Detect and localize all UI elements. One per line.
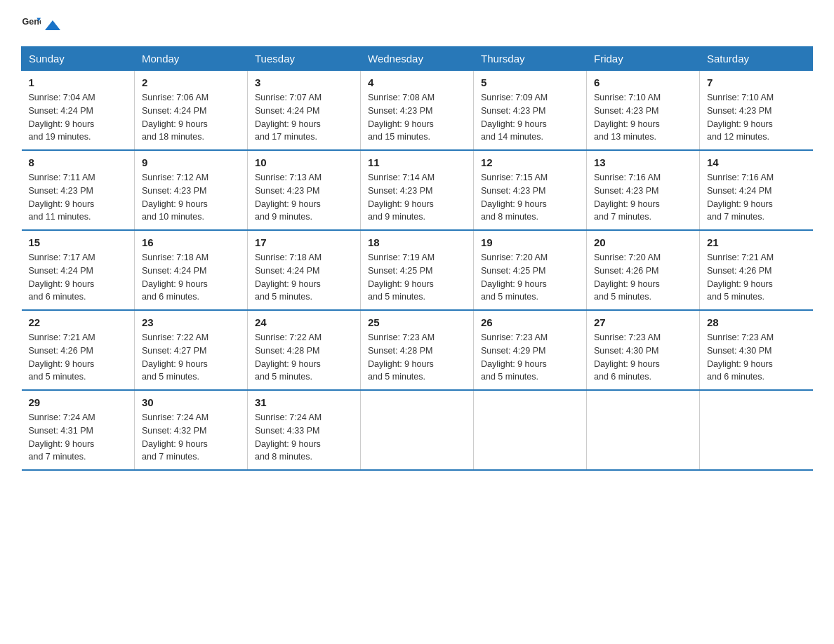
day-info: Sunrise: 7:21 AM Sunset: 4:26 PM Dayligh… [707, 251, 806, 304]
day-number: 26 [481, 316, 579, 328]
day-info: Sunrise: 7:20 AM Sunset: 4:25 PM Dayligh… [481, 251, 579, 304]
page-header: General [21, 14, 813, 34]
day-cell: 30 Sunrise: 7:24 AM Sunset: 4:32 PM Dayl… [135, 390, 248, 470]
day-number: 6 [594, 76, 692, 88]
day-info: Sunrise: 7:15 AM Sunset: 4:23 PM Dayligh… [481, 171, 579, 224]
day-cell [700, 390, 813, 470]
day-cell: 4 Sunrise: 7:08 AM Sunset: 4:23 PM Dayli… [361, 71, 474, 151]
day-cell: 19 Sunrise: 7:20 AM Sunset: 4:25 PM Dayl… [474, 230, 587, 310]
day-cell: 23 Sunrise: 7:22 AM Sunset: 4:27 PM Dayl… [135, 310, 248, 390]
day-info: Sunrise: 7:22 AM Sunset: 4:28 PM Dayligh… [255, 331, 353, 384]
day-info: Sunrise: 7:13 AM Sunset: 4:23 PM Dayligh… [255, 171, 353, 224]
week-row-1: 1 Sunrise: 7:04 AM Sunset: 4:24 PM Dayli… [22, 71, 813, 151]
day-info: Sunrise: 7:24 AM Sunset: 4:31 PM Dayligh… [29, 411, 128, 464]
calendar-header: SundayMondayTuesdayWednesdayThursdayFrid… [22, 47, 813, 71]
col-header-monday: Monday [135, 47, 248, 71]
day-info: Sunrise: 7:24 AM Sunset: 4:32 PM Dayligh… [142, 411, 240, 464]
week-row-3: 15 Sunrise: 7:17 AM Sunset: 4:24 PM Dayl… [22, 230, 813, 310]
day-cell [587, 390, 700, 470]
col-header-saturday: Saturday [700, 47, 813, 71]
day-number: 16 [142, 236, 240, 248]
day-number: 24 [255, 316, 353, 328]
logo-triangle-icon [45, 18, 60, 33]
day-number: 15 [29, 236, 128, 248]
day-cell: 28 Sunrise: 7:23 AM Sunset: 4:30 PM Dayl… [700, 310, 813, 390]
day-info: Sunrise: 7:16 AM Sunset: 4:24 PM Dayligh… [707, 171, 806, 224]
day-cell: 15 Sunrise: 7:17 AM Sunset: 4:24 PM Dayl… [22, 230, 135, 310]
day-number: 7 [707, 76, 806, 88]
day-cell: 10 Sunrise: 7:13 AM Sunset: 4:23 PM Dayl… [248, 150, 361, 230]
day-info: Sunrise: 7:23 AM Sunset: 4:30 PM Dayligh… [594, 331, 692, 384]
week-row-4: 22 Sunrise: 7:21 AM Sunset: 4:26 PM Dayl… [22, 310, 813, 390]
day-info: Sunrise: 7:10 AM Sunset: 4:23 PM Dayligh… [707, 91, 806, 144]
day-cell: 2 Sunrise: 7:06 AM Sunset: 4:24 PM Dayli… [135, 71, 248, 151]
day-cell [361, 390, 474, 470]
day-cell: 26 Sunrise: 7:23 AM Sunset: 4:29 PM Dayl… [474, 310, 587, 390]
day-number: 27 [594, 316, 692, 328]
day-number: 13 [594, 156, 692, 168]
day-number: 23 [142, 316, 240, 328]
day-info: Sunrise: 7:17 AM Sunset: 4:24 PM Dayligh… [29, 251, 128, 304]
day-cell: 29 Sunrise: 7:24 AM Sunset: 4:31 PM Dayl… [22, 390, 135, 470]
day-info: Sunrise: 7:20 AM Sunset: 4:26 PM Dayligh… [594, 251, 692, 304]
week-row-5: 29 Sunrise: 7:24 AM Sunset: 4:31 PM Dayl… [22, 390, 813, 470]
day-cell: 9 Sunrise: 7:12 AM Sunset: 4:23 PM Dayli… [135, 150, 248, 230]
day-info: Sunrise: 7:19 AM Sunset: 4:25 PM Dayligh… [368, 251, 466, 304]
logo: General [21, 14, 62, 34]
day-cell: 21 Sunrise: 7:21 AM Sunset: 4:26 PM Dayl… [700, 230, 813, 310]
day-cell: 5 Sunrise: 7:09 AM Sunset: 4:23 PM Dayli… [474, 71, 587, 151]
day-cell: 1 Sunrise: 7:04 AM Sunset: 4:24 PM Dayli… [22, 71, 135, 151]
day-number: 4 [368, 76, 466, 88]
day-number: 28 [707, 316, 806, 328]
day-number: 12 [481, 156, 579, 168]
day-number: 29 [29, 396, 128, 408]
day-number: 17 [255, 236, 353, 248]
day-number: 9 [142, 156, 240, 168]
col-header-wednesday: Wednesday [361, 47, 474, 71]
day-info: Sunrise: 7:23 AM Sunset: 4:29 PM Dayligh… [481, 331, 579, 384]
day-cell: 13 Sunrise: 7:16 AM Sunset: 4:23 PM Dayl… [587, 150, 700, 230]
day-info: Sunrise: 7:07 AM Sunset: 4:24 PM Dayligh… [255, 91, 353, 144]
day-number: 31 [255, 396, 353, 408]
day-info: Sunrise: 7:23 AM Sunset: 4:28 PM Dayligh… [368, 331, 466, 384]
col-header-thursday: Thursday [474, 47, 587, 71]
calendar-table: SundayMondayTuesdayWednesdayThursdayFrid… [21, 46, 813, 471]
day-cell: 6 Sunrise: 7:10 AM Sunset: 4:23 PM Dayli… [587, 71, 700, 151]
day-cell: 18 Sunrise: 7:19 AM Sunset: 4:25 PM Dayl… [361, 230, 474, 310]
day-cell [474, 390, 587, 470]
day-info: Sunrise: 7:08 AM Sunset: 4:23 PM Dayligh… [368, 91, 466, 144]
day-info: Sunrise: 7:06 AM Sunset: 4:24 PM Dayligh… [142, 91, 240, 144]
day-number: 19 [481, 236, 579, 248]
day-number: 18 [368, 236, 466, 248]
day-cell: 17 Sunrise: 7:18 AM Sunset: 4:24 PM Dayl… [248, 230, 361, 310]
day-info: Sunrise: 7:11 AM Sunset: 4:23 PM Dayligh… [29, 171, 128, 224]
week-row-2: 8 Sunrise: 7:11 AM Sunset: 4:23 PM Dayli… [22, 150, 813, 230]
col-header-friday: Friday [587, 47, 700, 71]
day-info: Sunrise: 7:14 AM Sunset: 4:23 PM Dayligh… [368, 171, 466, 224]
col-header-sunday: Sunday [22, 47, 135, 71]
day-info: Sunrise: 7:10 AM Sunset: 4:23 PM Dayligh… [594, 91, 692, 144]
day-cell: 3 Sunrise: 7:07 AM Sunset: 4:24 PM Dayli… [248, 71, 361, 151]
day-info: Sunrise: 7:04 AM Sunset: 4:24 PM Dayligh… [29, 91, 128, 144]
day-number: 14 [707, 156, 806, 168]
day-info: Sunrise: 7:18 AM Sunset: 4:24 PM Dayligh… [255, 251, 353, 304]
day-number: 30 [142, 396, 240, 408]
day-cell: 7 Sunrise: 7:10 AM Sunset: 4:23 PM Dayli… [700, 71, 813, 151]
day-info: Sunrise: 7:22 AM Sunset: 4:27 PM Dayligh… [142, 331, 240, 384]
day-info: Sunrise: 7:21 AM Sunset: 4:26 PM Dayligh… [29, 331, 128, 384]
day-number: 22 [29, 316, 128, 328]
day-info: Sunrise: 7:18 AM Sunset: 4:24 PM Dayligh… [142, 251, 240, 304]
day-info: Sunrise: 7:23 AM Sunset: 4:30 PM Dayligh… [707, 331, 806, 384]
day-cell: 11 Sunrise: 7:14 AM Sunset: 4:23 PM Dayl… [361, 150, 474, 230]
day-cell: 8 Sunrise: 7:11 AM Sunset: 4:23 PM Dayli… [22, 150, 135, 230]
day-cell: 27 Sunrise: 7:23 AM Sunset: 4:30 PM Dayl… [587, 310, 700, 390]
day-number: 2 [142, 76, 240, 88]
day-number: 25 [368, 316, 466, 328]
day-cell: 31 Sunrise: 7:24 AM Sunset: 4:33 PM Dayl… [248, 390, 361, 470]
day-info: Sunrise: 7:09 AM Sunset: 4:23 PM Dayligh… [481, 91, 579, 144]
day-cell: 25 Sunrise: 7:23 AM Sunset: 4:28 PM Dayl… [361, 310, 474, 390]
day-number: 11 [368, 156, 466, 168]
day-info: Sunrise: 7:12 AM Sunset: 4:23 PM Dayligh… [142, 171, 240, 224]
day-number: 21 [707, 236, 806, 248]
day-cell: 16 Sunrise: 7:18 AM Sunset: 4:24 PM Dayl… [135, 230, 248, 310]
